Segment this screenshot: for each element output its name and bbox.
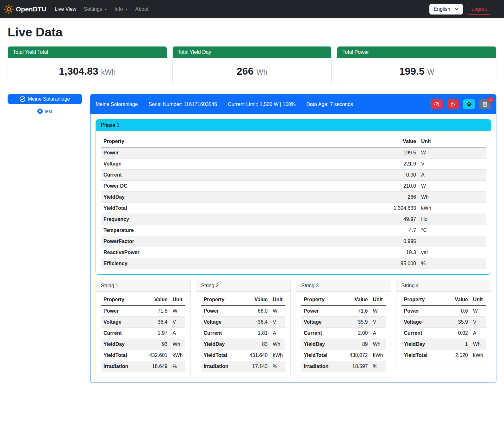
inverter-select-button[interactable]: Meine Solaranlage [8,94,82,104]
value-cell: 83 [247,339,270,350]
event-log-button[interactable]: 2 [479,99,491,109]
nav-item-live-view[interactable]: Live View [51,4,80,15]
unit-cell: A [419,170,486,181]
string-card: String 3PropertyValueUnitPower71.6WVolta… [296,280,391,377]
column-header: Value [447,294,470,305]
navbar-right: English Logout [429,4,491,15]
value-cell: 35.9 [347,317,370,328]
value-cell: 36.4 [247,317,270,328]
power-settings-button[interactable] [447,99,459,109]
caret-down-icon [125,9,128,10]
property-cell: Efficiency [101,258,371,269]
property-cell: ReactivePower [101,247,371,258]
value-cell: 0.6 [447,305,470,317]
table-row: YieldTotal431.640kWh [201,350,286,361]
unit-cell: Wh [270,339,285,350]
unit-cell: W [419,181,486,192]
phase-table: Property Value Unit Power199.5WVoltage22… [101,136,486,269]
string-card-title: String 1 [96,280,190,292]
value-cell: 1.81 [247,328,270,339]
nav-item-settings[interactable]: Settings [80,4,111,15]
unit-cell: Hz [419,214,486,225]
table-row: Irradiation18.597% [301,361,386,372]
card-unit: Wh [256,68,267,77]
language-select[interactable]: English [429,4,463,15]
column-header: Unit [419,136,486,147]
value-cell: 0.995 [371,236,419,247]
property-cell: Temperature [101,225,371,236]
table-row: YieldTotal438.072kWh [301,350,386,361]
property-cell: Power [101,147,371,159]
value-cell: 49.97 [371,214,419,225]
unit-cell: kWh [370,350,386,361]
table-row: Current1.81A [201,328,286,339]
value-cell: 1 [447,339,470,350]
value-cell: 89 [347,339,370,350]
device-info-button[interactable] [463,99,475,109]
value-cell: 438.072 [347,350,370,361]
column-header: Unit [270,294,285,305]
string-card: String 4PropertyValueUnitPower0.6WVoltag… [396,280,491,366]
logout-button[interactable]: Logout [467,4,491,15]
unit-cell: A [470,328,486,339]
table-row: Irradiation18.649% [101,361,185,372]
property-cell: Power [201,305,247,317]
column-header: Unit [170,294,185,305]
value-cell: 93 [147,339,170,350]
inverter-item-label: test [45,109,52,114]
value-cell: 71.6 [347,305,370,317]
phase-panel: Phase 1 Property Value Unit Power199.5WV… [96,119,491,275]
sun-logo-icon [4,4,14,14]
unit-cell: % [370,361,386,372]
event-count-badge: 2 [488,97,494,103]
string-card-title: String 3 [296,280,391,292]
table-row: Temperature4.7°C [101,225,486,236]
unit-cell: Wh [170,339,185,350]
string-table: PropertyValueUnitPower71.6WVoltage35.9VC… [301,294,386,372]
value-cell: 17.143 [247,361,270,372]
table-row: Irradiation17.143% [201,361,286,372]
property-cell: YieldTotal [101,203,371,214]
limit-settings-button[interactable] [431,99,443,109]
unit-cell: kWh [470,350,486,361]
inverter-item-test[interactable]: test [8,109,82,114]
total-yield-day-card: Total Yield Day 266 Wh [172,46,332,85]
inverter-serial: Serial Number: 116171603546 [148,102,217,107]
unit-cell: % [270,361,285,372]
power-icon [450,102,455,107]
unit-cell: kWh [170,350,185,361]
string-table: PropertyValueUnitPower71.8WVoltage36.4VC… [101,294,185,372]
table-row: PowerFactor0.995 [101,236,486,247]
table-row: Power66.0W [201,305,286,317]
nav-item-about[interactable]: About [132,4,152,15]
total-yield-total-card: Total Yield Total 1,304.83 kWh [8,46,167,85]
unit-cell: V [270,317,285,328]
phase-title: Phase 1 [96,120,491,131]
table-row: Efficiency95.000% [101,258,486,269]
unit-cell: A [270,328,285,339]
brand[interactable]: OpenDTU [4,4,47,14]
nav-item-info[interactable]: Info [111,4,132,15]
property-cell: Irradiation [301,361,347,372]
column-header: Value [347,294,370,305]
table-row: Voltage35.9V [401,317,486,328]
table-row: YieldTotal432.601kWh [101,350,185,361]
table-row: YieldDay1Wh [401,339,486,350]
inverter-name: Meine Solaranlage [96,102,138,107]
table-row: YieldDay266Wh [101,192,486,203]
table-header-row: PropertyValueUnit [301,294,386,305]
value-cell: 210.0 [371,181,419,192]
table-row: Voltage221.9V [101,159,486,170]
property-cell: Irradiation [201,361,247,372]
inverter-card-body: Phase 1 Property Value Unit Power199.5WV… [90,114,496,383]
column-header: Value [147,294,170,305]
property-cell: Power [101,305,147,317]
table-header-row: PropertyValueUnit [201,294,286,305]
value-cell: 35.9 [447,317,470,328]
inverter-limit: Current Limit: 1,500 W | 100% [228,102,296,107]
caret-down-icon [104,9,107,10]
table-header-row: PropertyValueUnit [401,294,486,305]
strings-row: String 1PropertyValueUnitPower71.8WVolta… [96,280,491,377]
value-cell: 199.5 [371,147,419,159]
unit-cell: °C [419,225,486,236]
